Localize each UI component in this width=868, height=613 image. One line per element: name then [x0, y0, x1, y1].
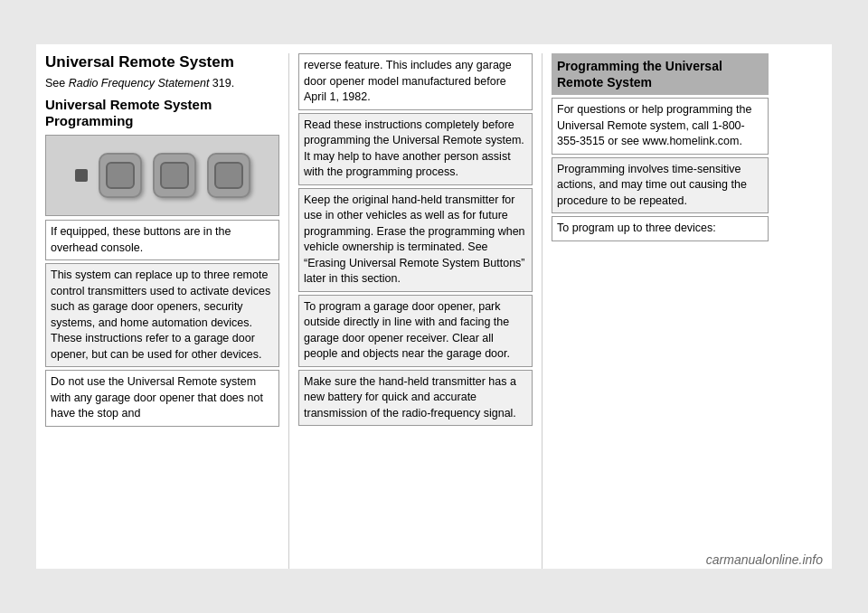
caption-block: If equipped, these buttons are in the ov… [45, 220, 279, 260]
subsection-title: Universal Remote System Programming [45, 97, 279, 129]
remote-button-3 [207, 153, 250, 198]
column-3: Programming the Universal Remote System … [542, 53, 778, 569]
page: Universal Remote System See Radio Freque… [36, 44, 832, 569]
remote-button-1 [99, 153, 142, 198]
system-description-block: This system can replace up to three remo… [45, 263, 279, 367]
remote-button-2 [153, 153, 196, 198]
garage-door-block: To program a garage door opener, park ou… [298, 295, 533, 367]
ref-paragraph: See Radio Frequency Statement 319. [45, 77, 279, 90]
time-sensitive-block: Programming involves time-sensitive acti… [552, 157, 769, 214]
section-title: Universal Remote System [45, 53, 279, 71]
keep-transmitter-block: Keep the original hand-held transmitter … [298, 188, 533, 292]
ref-num: 319. [209, 77, 234, 90]
battery-block: Make sure the hand-held transmitter has … [298, 370, 533, 427]
program-devices-block: To program up to three devices: [552, 216, 769, 241]
programming-title: Programming the Universal Remote System [552, 53, 769, 95]
ref-italic: Radio Frequency Statement [69, 77, 210, 90]
column-2: reverse feature. This includes any garag… [289, 53, 542, 569]
watermark: carmanualonline.info [706, 552, 823, 567]
remote-image [45, 135, 279, 216]
small-square-icon [75, 169, 88, 182]
column-1: Universal Remote System See Radio Freque… [36, 53, 289, 569]
warning-block: Do not use the Universal Remote system w… [45, 370, 279, 427]
ref-see: See [45, 77, 69, 90]
read-instructions-block: Read these instructions completely befor… [298, 113, 533, 185]
contact-block: For questions or help programming the Un… [552, 98, 769, 155]
reverse-feature-block: reverse feature. This includes any garag… [298, 53, 533, 110]
